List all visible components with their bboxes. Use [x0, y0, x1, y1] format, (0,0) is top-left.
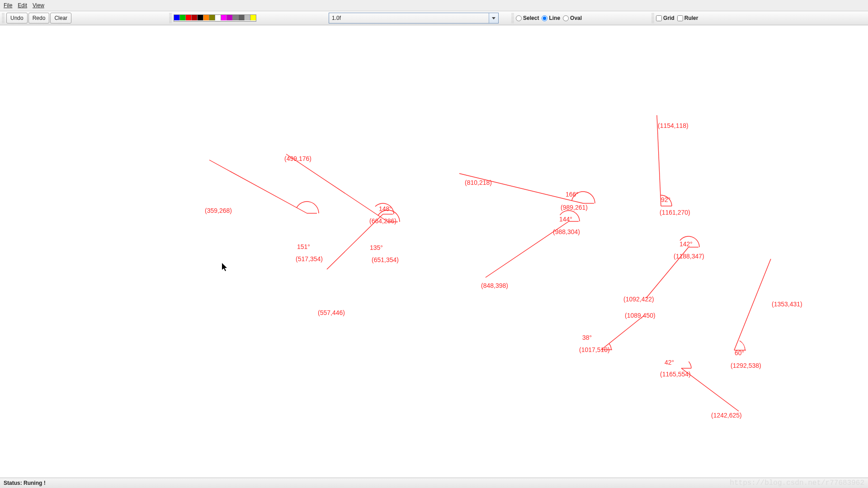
tool-select-input[interactable]	[516, 15, 522, 21]
canvas-label: (664,286)	[369, 217, 396, 225]
canvas-label: (517,354)	[296, 255, 323, 263]
cursor-icon	[222, 263, 868, 488]
grid-input[interactable]	[656, 15, 662, 21]
canvas-label: (359,268)	[205, 207, 232, 214]
canvas-label: 144°	[559, 216, 572, 223]
watermark: https://blog.csdn.net/r77683962	[730, 479, 864, 487]
canvas-label: (810,218)	[465, 179, 492, 186]
menu-edit[interactable]: Edit	[18, 2, 27, 9]
canvas-label: (1353,431)	[772, 300, 802, 308]
canvas-label: (1017,510)	[579, 346, 610, 353]
canvas-label: (848,398)	[481, 282, 508, 289]
tool-oval-input[interactable]	[563, 15, 569, 21]
toolbar-grip[interactable]	[511, 13, 514, 23]
svg-line-4	[327, 214, 383, 269]
canvas-label: 135°	[370, 244, 383, 251]
canvas-label: (1292,538)	[731, 362, 761, 369]
color-swatch[interactable]	[250, 15, 256, 20]
color-swatch[interactable]	[203, 15, 209, 20]
svg-line-16	[681, 368, 739, 411]
stroke-width-value: 1.0f	[332, 15, 341, 21]
redo-button[interactable]: Redo	[28, 13, 50, 23]
toolbar-grip[interactable]	[169, 13, 172, 23]
canvas-label: 92°	[661, 196, 670, 203]
color-palette	[174, 14, 256, 22]
canvas-label: (1188,347)	[674, 253, 704, 260]
tool-radio-group: Select Line Oval	[516, 15, 582, 21]
canvas-label: (1089,450)	[625, 312, 656, 319]
canvas-label: (988,304)	[553, 228, 580, 235]
canvas-label: (1154,118)	[658, 122, 689, 129]
canvas-label: 60°	[735, 349, 744, 357]
color-swatch[interactable]	[180, 15, 186, 20]
canvas-label: (651,354)	[372, 256, 399, 263]
canvas-label: (989,261)	[561, 204, 588, 211]
grid-label: Grid	[663, 15, 675, 21]
canvas-label: 38°	[582, 334, 592, 341]
menu-file[interactable]: File	[4, 2, 12, 9]
clear-button[interactable]: Clear	[50, 13, 71, 23]
canvas-label: 142°	[679, 240, 693, 248]
view-check-group: Grid Ruler	[656, 15, 698, 21]
canvas-label: 166°	[566, 191, 579, 198]
color-swatch[interactable]	[233, 15, 239, 20]
canvas-label: (1161,270)	[660, 209, 690, 216]
canvas-label: 151°	[297, 243, 310, 250]
tool-select-label: Select	[523, 15, 539, 21]
ruler-label: Ruler	[684, 15, 698, 21]
color-swatch[interactable]	[192, 15, 198, 20]
color-swatch[interactable]	[186, 15, 192, 20]
svg-line-6	[459, 174, 583, 203]
color-swatch[interactable]	[245, 15, 250, 20]
svg-line-12	[646, 247, 689, 298]
color-swatch[interactable]	[198, 15, 203, 20]
svg-line-2	[286, 154, 388, 222]
svg-line-8	[486, 221, 569, 277]
drawing-canvas[interactable]: 151°(517,354)(359,268)148°(664,286)(499,…	[0, 25, 868, 478]
color-swatch[interactable]	[239, 15, 245, 20]
color-swatch[interactable]	[174, 15, 180, 20]
canvas-label: (557,446)	[318, 309, 345, 316]
tool-line-label: Line	[549, 15, 560, 21]
toolbar: Undo Redo Clear 1.0f Select Line Oval Gr…	[0, 11, 868, 25]
tool-line-radio[interactable]: Line	[542, 15, 560, 21]
ruler-input[interactable]	[677, 15, 683, 21]
toolbar-grip[interactable]	[651, 13, 654, 23]
canvas-label: (1092,422)	[623, 296, 654, 303]
svg-line-14	[601, 315, 644, 350]
grid-checkbox[interactable]: Grid	[656, 15, 675, 21]
canvas-label: (499,176)	[284, 155, 311, 162]
menu-bar: File Edit View	[0, 0, 868, 11]
color-swatch[interactable]	[221, 15, 227, 20]
tool-oval-label: Oval	[570, 15, 582, 21]
stroke-width-combo[interactable]: 1.0f	[329, 13, 499, 23]
ruler-checkbox[interactable]: Ruler	[677, 15, 698, 21]
toolbar-grip[interactable]	[2, 13, 5, 23]
svg-line-18	[734, 259, 771, 350]
chevron-down-icon[interactable]	[489, 13, 498, 23]
tool-select-radio[interactable]: Select	[516, 15, 539, 21]
menu-view[interactable]: View	[33, 2, 44, 9]
canvas-svg	[0, 0, 868, 488]
canvas-label: (1242,625)	[711, 412, 742, 419]
tool-line-input[interactable]	[542, 15, 547, 21]
status-bar: Status: Runing ! https://blog.csdn.net/r…	[0, 478, 868, 488]
color-swatch[interactable]	[215, 15, 221, 20]
tool-oval-radio[interactable]: Oval	[563, 15, 582, 21]
canvas-label: (1165,554)	[660, 371, 691, 378]
canvas-label: 148°	[379, 205, 392, 212]
canvas-label: 42°	[665, 359, 674, 366]
color-swatch[interactable]	[209, 15, 215, 20]
svg-line-10	[657, 115, 661, 206]
status-text: Status: Runing !	[4, 480, 46, 486]
color-swatch[interactable]	[227, 15, 233, 20]
undo-button[interactable]: Undo	[6, 13, 28, 23]
svg-line-0	[209, 160, 307, 213]
